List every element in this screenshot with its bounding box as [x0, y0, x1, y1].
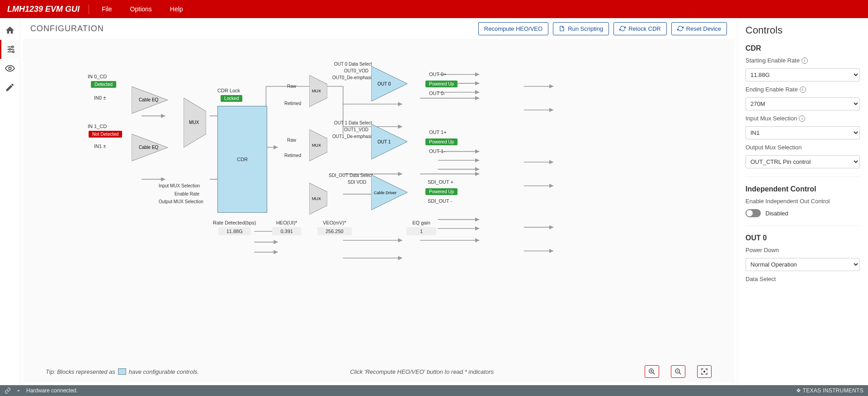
file-icon — [559, 25, 565, 32]
home-icon — [5, 25, 15, 35]
run-label: Run Scripting — [568, 25, 603, 32]
tip-row: Tip: Blocks represented as have configur… — [46, 365, 712, 378]
svg-text:MUX: MUX — [312, 196, 321, 201]
svg-text:Cable Driver: Cable Driver — [374, 191, 396, 195]
out1p-label: OUT 1+ — [429, 129, 447, 135]
cable-eq-1[interactable]: Cable EQ — [132, 134, 168, 161]
svg-point-0 — [11, 46, 13, 48]
zoom-fit-icon — [701, 368, 708, 375]
retimed-0-label: Retimed — [284, 101, 301, 106]
end-rate-select[interactable]: 270M — [745, 97, 860, 110]
inmux-select[interactable]: IN1 — [745, 126, 860, 139]
rate-readout: Rate Detected(bps)11.88G — [213, 220, 256, 235]
input-mux-block[interactable]: MUX — [184, 98, 206, 148]
left-nav — [0, 18, 20, 385]
pencil-icon — [5, 82, 15, 92]
independent-toggle[interactable] — [745, 209, 761, 217]
relock-cdr-button[interactable]: Relock CDR — [613, 22, 667, 35]
diagram-canvas: IN 0_CD Detected IN0 ± IN 1_CD Not Detec… — [23, 39, 734, 382]
reset-label: Reset Device — [686, 25, 721, 32]
cable-driver-block[interactable]: Cable Driver — [371, 175, 407, 210]
readout-row: Rate Detected(bps)11.88G HEO(UI)*0.391 V… — [213, 220, 352, 235]
zoom-in-icon — [648, 368, 656, 375]
tip1b: have configurable controls. — [129, 368, 199, 375]
zoom-out-button[interactable] — [671, 365, 685, 378]
zoom-out-icon — [675, 368, 682, 375]
recompute-button[interactable]: Recompute HEO/VEO — [478, 22, 548, 35]
svg-point-55 — [704, 371, 705, 372]
independent-title: Independent Control — [745, 185, 860, 193]
out0-card: OUT 0 Power Down Normal Operation Data S… — [745, 234, 860, 291]
nav-config[interactable] — [0, 40, 20, 59]
page-header: CONFIGURATION Recompute HEO/VEO Run Scri… — [20, 18, 737, 39]
reset-device-button[interactable]: Reset Device — [671, 22, 727, 35]
in0cd-label: IN 0_CD — [88, 74, 107, 79]
run-scripting-button[interactable]: Run Scripting — [553, 22, 609, 35]
out0-de-label: OUT0_De-emphasis — [332, 75, 373, 80]
sdip-label: SDI_OUT + — [428, 179, 453, 185]
page-title: CONFIGURATION — [30, 24, 104, 33]
raw-0-label: Raw — [287, 84, 296, 89]
eq-readout: EQ gain1 — [406, 220, 436, 235]
refresh-icon — [677, 25, 684, 32]
inmux-sel-label: Input MUX Selection — [159, 183, 199, 188]
cdr-card: CDR Starting Enable Ratei 11.88G Ending … — [745, 44, 860, 177]
nav-eye[interactable] — [0, 59, 20, 78]
recompute-label: Recompute HEO/VEO — [484, 25, 542, 32]
svg-line-53 — [679, 372, 681, 374]
independent-enable-label: Enable Independent Out Control — [745, 198, 860, 205]
svg-text:MUX: MUX — [189, 120, 199, 125]
out0-block[interactable]: OUT 0 — [371, 66, 407, 101]
out0-status-badge: Powered Up — [425, 81, 458, 87]
svg-point-2 — [12, 51, 14, 53]
tip2: Click 'Recompute HEO/VEO' button to read… — [350, 368, 494, 375]
sdin-label: SDI_OUT - — [428, 198, 452, 204]
menu-help[interactable]: Help — [161, 5, 192, 13]
in1cd-status-badge: Not Detected — [89, 131, 122, 138]
zoom-in-button[interactable] — [645, 365, 659, 378]
tip1a: Tip: Blocks represented as — [46, 368, 115, 375]
menu-options[interactable]: Options — [121, 5, 161, 13]
independent-card: Independent Control Enable Independent O… — [745, 185, 860, 226]
out1-mux[interactable]: MUX — [309, 129, 327, 161]
nav-home[interactable] — [0, 21, 20, 40]
out0-title: OUT 0 — [745, 234, 860, 242]
in0cd-status-badge: Detected — [91, 81, 116, 88]
out1-status-badge: Powered Up — [425, 138, 458, 145]
out1-block[interactable]: OUT 1 — [371, 124, 407, 159]
in1-label: IN1 ± — [94, 143, 106, 149]
relock-label: Relock CDR — [628, 25, 661, 32]
outmux-select[interactable]: OUT_CTRL Pin control — [745, 155, 860, 168]
independent-state: Disabled — [765, 210, 788, 217]
end-rate-label: Ending Enable Ratei — [745, 86, 860, 93]
refresh-icon — [619, 25, 626, 32]
svg-text:MUX: MUX — [312, 143, 321, 148]
info-icon[interactable]: i — [799, 115, 805, 122]
cdr-block[interactable]: CDR — [217, 106, 267, 213]
out1-ds-label: OUT 1 Data Select — [334, 120, 372, 125]
info-icon[interactable]: i — [800, 86, 806, 93]
raw-1-label: Raw — [287, 138, 296, 143]
out0-vod-label: OUT0_VOD — [344, 68, 368, 73]
sdi-mux[interactable]: MUX — [309, 183, 327, 215]
sdi-vod-label: SDI VOD — [348, 180, 366, 185]
controls-panel: Controls CDR Starting Enable Ratei 11.88… — [737, 18, 868, 385]
out0-ds-label: OUT 0 Data Select — [334, 62, 372, 67]
start-rate-select[interactable]: 11.88G — [745, 68, 860, 81]
in1cd-label: IN 1_CD — [88, 124, 107, 129]
nav-edit[interactable] — [0, 78, 20, 97]
menu-file[interactable]: File — [93, 5, 121, 13]
outmux-label: Output Mux Selection — [745, 144, 860, 151]
tip-swatch — [118, 368, 126, 375]
svg-text:OUT 0: OUT 0 — [377, 81, 391, 86]
retimed-1-label: Retimed — [284, 153, 301, 158]
outmux-sel-label: Output MUX Selection — [159, 199, 199, 204]
zoom-fit-button[interactable] — [697, 365, 712, 378]
top-bar: LMH1239 EVM GUI File Options Help — [0, 0, 868, 18]
out0-pd-select[interactable]: Normal Operation — [745, 258, 860, 271]
info-icon[interactable]: i — [802, 57, 808, 64]
out0-mux[interactable]: MUX — [309, 75, 327, 107]
sliders-icon — [6, 44, 16, 54]
svg-text:MUX: MUX — [312, 89, 321, 93]
cable-eq-0[interactable]: Cable EQ — [132, 86, 168, 114]
